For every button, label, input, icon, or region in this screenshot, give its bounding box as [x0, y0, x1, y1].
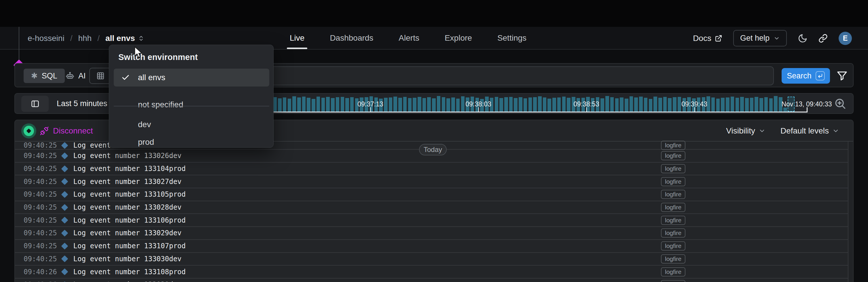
- histogram-bar: [336, 97, 340, 112]
- histogram-bar: [610, 97, 614, 112]
- histogram-bar: [292, 96, 296, 112]
- chevron-down-icon: [832, 128, 839, 134]
- log-message: Log event number 133028dev: [73, 203, 182, 212]
- tab-settings[interactable]: Settings: [496, 27, 528, 49]
- panel-left-icon: [31, 99, 40, 108]
- log-timestamp: 09:40:25: [24, 178, 57, 186]
- logo-string: [19, 27, 19, 62]
- panel-left-toggle-button[interactable]: [21, 96, 49, 112]
- menu-title: Switch environment: [118, 53, 198, 62]
- get-help-button[interactable]: Get help: [733, 30, 787, 47]
- unplug-icon: [40, 126, 49, 136]
- histogram-bar: [711, 97, 715, 112]
- service-badge[interactable]: logfire: [661, 203, 685, 212]
- tab-explore[interactable]: Explore: [443, 27, 473, 49]
- tab-alerts[interactable]: Alerts: [397, 27, 421, 49]
- service-badge[interactable]: logfire: [661, 216, 685, 225]
- log-row[interactable]: 09:40:25Log event number 133104prodlogfi…: [15, 163, 848, 176]
- disconnect-button[interactable]: Disconnect: [40, 120, 93, 142]
- service-badge[interactable]: logfire: [661, 177, 685, 186]
- histogram-bar: [307, 98, 310, 112]
- external-link-icon: [715, 35, 722, 42]
- top-strip: [0, 0, 868, 27]
- log-row[interactable]: 09:40:26Log event number 133031devlogfir…: [15, 279, 848, 282]
- time-range-selector[interactable]: Last 5 minutes: [57, 94, 117, 113]
- log-row[interactable]: 09:40:25Log event number 133029devlogfir…: [15, 227, 848, 240]
- check-icon: [121, 73, 130, 82]
- histogram-bar: [312, 99, 315, 112]
- service-badge[interactable]: logfire: [661, 254, 685, 263]
- env-option-label: not specified: [138, 100, 183, 109]
- log-row[interactable]: 09:40:25Log event number 133106prodlogfi…: [15, 214, 848, 227]
- sql-mode-button[interactable]: ✱ SQL: [24, 68, 65, 83]
- histogram-bar: [769, 98, 773, 112]
- tab-live[interactable]: Live: [288, 27, 306, 49]
- scrollbar-gutter[interactable]: [848, 142, 854, 282]
- environment-selector[interactable]: all envs: [105, 34, 144, 43]
- filter-funnel-icon[interactable]: [836, 70, 848, 82]
- breadcrumb-project[interactable]: hhh: [78, 34, 92, 43]
- log-row[interactable]: 09:40:26Log event number 133108prodlogfi…: [15, 265, 848, 279]
- histogram-bar: [678, 97, 681, 112]
- chevron-down-icon: [774, 35, 780, 41]
- log-message: Log event number 133029dev: [73, 229, 182, 237]
- breadcrumb-org[interactable]: e-hosseini: [28, 34, 64, 43]
- search-button[interactable]: Search: [782, 68, 830, 84]
- log-row[interactable]: 09:40:25Log event number 133030devlogfir…: [15, 253, 848, 266]
- live-header-right: Visibility Default levels: [726, 120, 839, 142]
- tab-dashboards[interactable]: Dashboards: [329, 27, 374, 49]
- timeline-tick-mark: [370, 107, 371, 112]
- log-timestamp: 09:40:25: [24, 152, 57, 160]
- histogram-bar: [750, 98, 754, 112]
- env-option-not-specified[interactable]: not specified: [114, 96, 269, 114]
- nav-tabs: LiveDashboardsAlertsExploreSettings: [288, 27, 528, 49]
- histogram-bar: [760, 98, 763, 112]
- share-link-icon[interactable]: [818, 34, 828, 43]
- histogram-bar: [600, 98, 604, 112]
- user-avatar[interactable]: E: [839, 32, 852, 45]
- log-row[interactable]: 09:40:25Log event number 133107prodlogfi…: [15, 240, 848, 253]
- env-option-prod[interactable]: prod: [114, 133, 269, 151]
- service-badge[interactable]: logfire: [661, 164, 685, 173]
- service-badge[interactable]: logfire: [661, 141, 685, 150]
- asterisk-icon: ✱: [31, 71, 38, 80]
- histogram-bar: [413, 98, 416, 112]
- env-option-all-envs[interactable]: all envs: [114, 68, 269, 86]
- histogram-bar: [644, 98, 648, 112]
- timeline-tick-mark: [478, 107, 479, 112]
- histogram-bar: [423, 98, 426, 112]
- histogram-bar: [417, 97, 421, 112]
- histogram-bar: [639, 96, 643, 112]
- dark-mode-moon-icon[interactable]: [798, 33, 808, 43]
- service-badge[interactable]: logfire: [661, 190, 685, 199]
- log-row[interactable]: 09:40:25Log event number 133027devlogfir…: [15, 175, 848, 188]
- docs-link[interactable]: Docs: [693, 34, 722, 43]
- service-badge[interactable]: logfire: [661, 241, 685, 251]
- log-row[interactable]: 09:40:25Log event number 133028devlogfir…: [15, 201, 848, 214]
- ai-mode-button[interactable]: AI: [61, 68, 90, 83]
- histogram-bar: [345, 98, 349, 112]
- histogram-bar: [649, 99, 653, 112]
- histogram-bar: [341, 97, 344, 112]
- service-badge[interactable]: logfire: [661, 267, 685, 277]
- histogram-bar: [393, 96, 397, 112]
- histogram-bar: [509, 97, 513, 112]
- visibility-dropdown[interactable]: Visibility: [726, 126, 766, 136]
- log-level-diamond-icon: [61, 191, 68, 198]
- log-message: Log event number 133104prod: [73, 165, 186, 173]
- histogram-bar: [451, 97, 455, 112]
- histogram-bar: [653, 96, 657, 112]
- service-badge[interactable]: logfire: [661, 228, 685, 237]
- env-option-dev[interactable]: dev: [114, 116, 269, 134]
- zoom-in-icon[interactable]: [834, 97, 846, 110]
- histogram-bar: [442, 97, 445, 112]
- histogram-bar: [543, 97, 547, 112]
- log-timestamp: 09:40:26: [24, 268, 57, 276]
- log-row[interactable]: 09:40:25Log event number 133105prodlogfi…: [15, 188, 848, 201]
- service-badge[interactable]: logfire: [661, 151, 685, 160]
- histogram-bar: [519, 97, 522, 112]
- service-badge[interactable]: logfire: [661, 280, 685, 282]
- histogram-bar: [606, 96, 609, 112]
- log-timestamp: 09:40:25: [24, 242, 57, 250]
- default-levels-dropdown[interactable]: Default levels: [780, 126, 839, 136]
